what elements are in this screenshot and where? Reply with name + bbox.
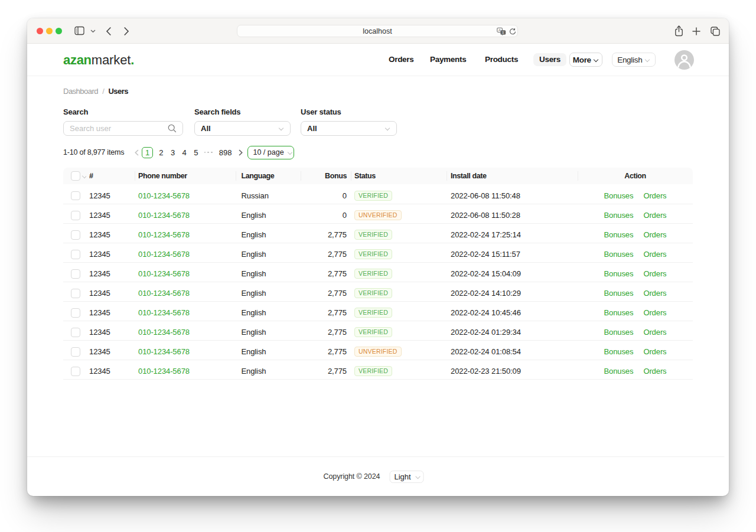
svg-text:文: 文 bbox=[501, 31, 505, 34]
